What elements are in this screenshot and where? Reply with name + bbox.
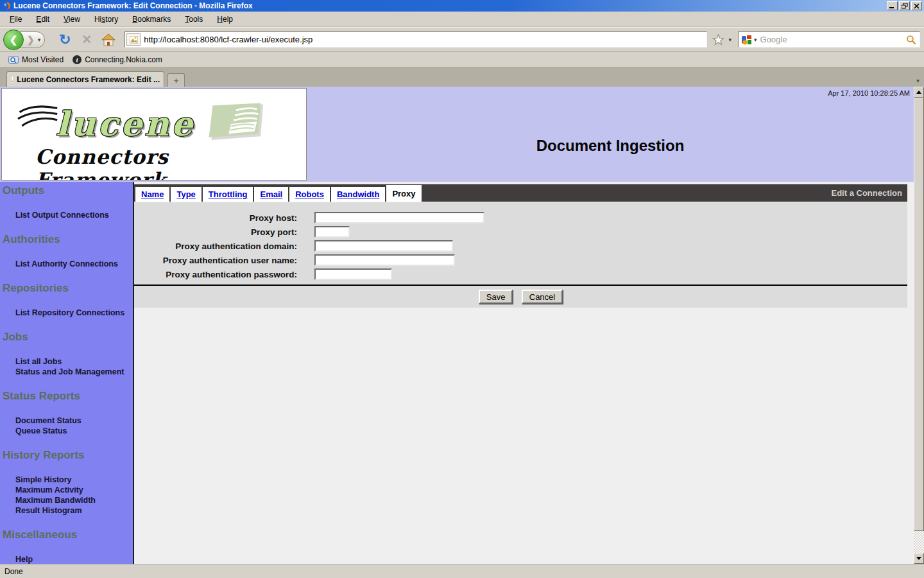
- menu-help[interactable]: Help: [210, 13, 240, 26]
- form-row: Proxy authentication user name:: [134, 253, 907, 267]
- form-actions: Save Cancel: [134, 286, 907, 308]
- main-panel: Name Type Throttling Email Robots Bandwi…: [134, 182, 914, 564]
- tab-bandwidth-link[interactable]: Bandwidth: [337, 189, 379, 199]
- reload-button[interactable]: ↻: [56, 31, 74, 49]
- sidebar-link-list-all-jobs[interactable]: List all Jobs: [15, 356, 133, 367]
- proxy-auth-password-input[interactable]: [314, 268, 392, 280]
- reload-icon: ↻: [59, 33, 71, 47]
- sidebar-link-status-job-management[interactable]: Status and Job Management: [15, 367, 133, 377]
- proxy-host-label: Proxy host:: [134, 213, 297, 223]
- tab-proxy-active[interactable]: Proxy: [386, 185, 421, 202]
- sidebar-link-list-authority-connections[interactable]: List Authority Connections: [15, 259, 133, 269]
- tab-robots-link[interactable]: Robots: [295, 189, 324, 199]
- close-button[interactable]: [911, 1, 922, 10]
- tab-email[interactable]: Email: [254, 187, 288, 202]
- menu-view[interactable]: View: [56, 13, 87, 26]
- browser-viewport: lucene Connectors Framework Apr 17, 2010…: [0, 87, 924, 564]
- sidebar-link-help[interactable]: Help: [15, 554, 133, 564]
- tab-type[interactable]: Type: [171, 187, 201, 202]
- tab-type-link[interactable]: Type: [176, 189, 195, 199]
- tab-robots[interactable]: Robots: [289, 187, 330, 202]
- sidebar-link-simple-history[interactable]: Simple History: [15, 475, 133, 485]
- firefox-icon: [2, 1, 11, 10]
- sidebar-heading-authorities: Authorities: [3, 233, 133, 246]
- tab-name[interactable]: Name: [135, 187, 169, 202]
- bookmark-label: Connecting.Nokia.com: [85, 55, 162, 64]
- page-title: Document Ingestion: [307, 137, 914, 155]
- logo-wing-icon: [17, 104, 58, 132]
- proxy-auth-username-input[interactable]: [314, 254, 455, 266]
- proxy-host-input[interactable]: [314, 212, 484, 223]
- cancel-button[interactable]: Cancel: [522, 290, 563, 304]
- menu-history[interactable]: History: [87, 13, 125, 26]
- stop-button[interactable]: ✕: [78, 31, 96, 49]
- forward-button[interactable]: ❯: [24, 35, 38, 45]
- proxy-form: Proxy host: Proxy port: Proxy authentica…: [134, 202, 907, 285]
- scrollbar-track[interactable]: [914, 98, 924, 553]
- logo-row: lucene: [2, 89, 306, 144]
- sidebar-heading-repositories: Repositories: [3, 282, 133, 295]
- status-bar: Done: [0, 564, 924, 578]
- most-visited-folder-icon: [8, 55, 19, 64]
- home-button[interactable]: [99, 31, 117, 49]
- form-row: Proxy port:: [134, 225, 907, 239]
- tab-throttling-link[interactable]: Throttling: [209, 189, 248, 199]
- arrow-down-icon: [916, 557, 921, 560]
- save-button[interactable]: Save: [479, 290, 513, 304]
- stop-icon: ✕: [81, 32, 92, 47]
- search-magnifier-icon[interactable]: [906, 35, 916, 45]
- tab-favicon: [11, 76, 13, 83]
- tab-throttling[interactable]: Throttling: [203, 187, 253, 202]
- browser-tab-strip: Lucene Connectors Framework: Edit ... + …: [0, 67, 924, 87]
- sidebar-link-result-histogram[interactable]: Result Histogram: [15, 505, 133, 516]
- history-dropdown-button[interactable]: ▾: [38, 37, 41, 43]
- tab-bandwidth[interactable]: Bandwidth: [331, 187, 385, 202]
- menu-bookmarks[interactable]: Bookmarks: [125, 13, 178, 26]
- lucene-logo: lucene Connectors Framework: [1, 88, 307, 180]
- sidebar-link-list-output-connections[interactable]: List Output Connections: [15, 210, 133, 220]
- minimize-button[interactable]: [887, 1, 898, 10]
- menu-tools[interactable]: Tools: [178, 13, 210, 26]
- context-label: Edit a Connection: [832, 188, 903, 198]
- bookmark-dropdown-button[interactable]: ▾: [728, 37, 732, 43]
- search-engine-dropdown[interactable]: ▾: [754, 37, 757, 43]
- sidebar-link-queue-status[interactable]: Queue Status: [15, 426, 133, 436]
- tab-title: Lucene Connectors Framework: Edit ...: [17, 75, 160, 84]
- search-bar[interactable]: ▾: [738, 31, 920, 48]
- back-button[interactable]: ❮: [3, 30, 24, 50]
- proxy-auth-domain-label: Proxy authentication domain:: [134, 241, 297, 251]
- tab-name-link[interactable]: Name: [141, 189, 164, 199]
- menu-file[interactable]: File: [3, 13, 29, 26]
- url-bar[interactable]: [124, 31, 707, 48]
- proxy-port-label: Proxy port:: [134, 227, 297, 237]
- bookmark-star-icon[interactable]: [712, 34, 724, 46]
- search-input[interactable]: [760, 35, 906, 44]
- sidebar-link-document-status[interactable]: Document Status: [15, 416, 133, 426]
- scroll-down-button[interactable]: [914, 553, 924, 564]
- site-identity-button[interactable]: [126, 33, 141, 46]
- back-forward-cluster: ❮ ❯ ▾: [4, 31, 45, 48]
- sidebar-link-list-repository-connections[interactable]: List Repository Connections: [15, 308, 133, 318]
- close-icon: [914, 3, 920, 9]
- bookmark-label: Most Visited: [22, 55, 64, 64]
- proxy-port-input[interactable]: [314, 226, 350, 238]
- sidebar-heading-outputs: Outputs: [3, 184, 133, 197]
- list-all-tabs-button[interactable]: ▾: [916, 77, 923, 87]
- browser-tab-active[interactable]: Lucene Connectors Framework: Edit ...: [6, 71, 164, 87]
- tab-email-link[interactable]: Email: [260, 189, 282, 199]
- menu-edit[interactable]: Edit: [29, 13, 56, 26]
- vertical-scrollbar: [914, 87, 924, 564]
- restore-button[interactable]: [899, 1, 910, 10]
- scroll-up-button[interactable]: [914, 87, 924, 98]
- bookmark-most-visited[interactable]: Most Visited: [4, 54, 68, 66]
- new-tab-button[interactable]: +: [167, 73, 185, 87]
- google-engine-icon: [742, 35, 752, 45]
- proxy-auth-domain-input[interactable]: [314, 240, 453, 252]
- sidebar-link-maximum-activity[interactable]: Maximum Activity: [15, 485, 133, 495]
- sidebar-link-maximum-bandwidth[interactable]: Maximum Bandwidth: [15, 495, 133, 505]
- url-input[interactable]: [144, 35, 706, 44]
- info-icon: i: [73, 55, 81, 64]
- sidebar-heading-status-reports: Status Reports: [3, 390, 133, 403]
- scrollbar-thumb[interactable]: [914, 98, 924, 531]
- bookmark-site[interactable]: i Connecting.Nokia.com: [68, 54, 167, 66]
